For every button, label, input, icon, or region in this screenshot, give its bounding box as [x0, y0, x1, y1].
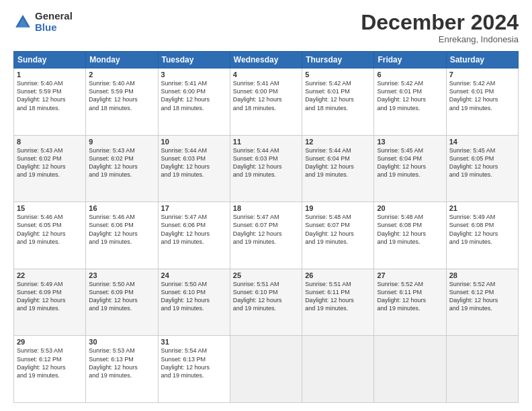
- calendar-body: 1Sunrise: 5:40 AM Sunset: 5:59 PM Daylig…: [14, 68, 519, 403]
- header-day-sunday: Sunday: [14, 52, 86, 68]
- day-number: 26: [305, 271, 371, 279]
- day-info: Sunrise: 5:40 AM Sunset: 5:59 PM Dayligh…: [17, 79, 83, 112]
- calendar-cell: 4Sunrise: 5:41 AM Sunset: 6:00 PM Daylig…: [230, 68, 302, 136]
- calendar-cell: 25Sunrise: 5:51 AM Sunset: 6:10 PM Dayli…: [230, 269, 302, 336]
- calendar-cell: 1Sunrise: 5:40 AM Sunset: 5:59 PM Daylig…: [14, 68, 86, 136]
- day-number: 4: [233, 71, 299, 79]
- day-info: Sunrise: 5:52 AM Sunset: 6:11 PM Dayligh…: [377, 280, 443, 313]
- day-info: Sunrise: 5:51 AM Sunset: 6:10 PM Dayligh…: [233, 280, 299, 313]
- day-number: 24: [161, 271, 227, 279]
- day-number: 10: [161, 138, 227, 146]
- day-number: 8: [17, 138, 83, 146]
- calendar-cell: 6Sunrise: 5:42 AM Sunset: 6:01 PM Daylig…: [374, 68, 446, 136]
- day-number: 3: [161, 71, 227, 79]
- logo-general: General: [35, 11, 73, 22]
- day-number: 21: [449, 204, 515, 212]
- day-number: 5: [305, 71, 371, 79]
- day-number: 13: [377, 138, 443, 146]
- day-number: 9: [89, 138, 154, 146]
- calendar-cell: 18Sunrise: 5:47 AM Sunset: 6:07 PM Dayli…: [230, 202, 302, 269]
- day-info: Sunrise: 5:49 AM Sunset: 6:09 PM Dayligh…: [17, 280, 83, 313]
- day-info: Sunrise: 5:42 AM Sunset: 6:01 PM Dayligh…: [305, 79, 371, 112]
- calendar-cell: 26Sunrise: 5:51 AM Sunset: 6:11 PM Dayli…: [302, 269, 374, 336]
- header: General Blue December 2024 Enrekang, Ind…: [13, 11, 519, 44]
- calendar-cell: 19Sunrise: 5:48 AM Sunset: 6:07 PM Dayli…: [302, 202, 374, 269]
- calendar-cell: 7Sunrise: 5:42 AM Sunset: 6:01 PM Daylig…: [446, 68, 518, 136]
- calendar-cell: [230, 336, 302, 403]
- calendar-cell: 5Sunrise: 5:42 AM Sunset: 6:01 PM Daylig…: [302, 68, 374, 136]
- day-info: Sunrise: 5:54 AM Sunset: 6:13 PM Dayligh…: [161, 347, 227, 379]
- calendar-cell: 17Sunrise: 5:47 AM Sunset: 6:06 PM Dayli…: [158, 202, 230, 269]
- day-number: 31: [161, 338, 227, 346]
- day-info: Sunrise: 5:46 AM Sunset: 6:06 PM Dayligh…: [89, 213, 154, 246]
- calendar-cell: 12Sunrise: 5:44 AM Sunset: 6:04 PM Dayli…: [302, 135, 374, 202]
- week-row-2: 8Sunrise: 5:43 AM Sunset: 6:02 PM Daylig…: [14, 135, 519, 202]
- calendar-cell: 2Sunrise: 5:40 AM Sunset: 5:59 PM Daylig…: [86, 68, 158, 136]
- calendar-cell: 15Sunrise: 5:46 AM Sunset: 6:05 PM Dayli…: [14, 202, 86, 269]
- day-number: 16: [89, 204, 154, 212]
- day-info: Sunrise: 5:53 AM Sunset: 6:12 PM Dayligh…: [17, 347, 83, 379]
- day-info: Sunrise: 5:50 AM Sunset: 6:10 PM Dayligh…: [161, 280, 227, 313]
- title-block: December 2024 Enrekang, Indonesia: [361, 11, 519, 44]
- calendar-cell: 22Sunrise: 5:49 AM Sunset: 6:09 PM Dayli…: [14, 269, 86, 336]
- day-number: 15: [17, 204, 83, 212]
- day-number: 29: [17, 338, 83, 346]
- header-day-friday: Friday: [374, 52, 446, 68]
- header-day-thursday: Thursday: [302, 52, 374, 68]
- location: Enrekang, Indonesia: [361, 34, 519, 44]
- day-number: 1: [17, 71, 83, 79]
- day-info: Sunrise: 5:43 AM Sunset: 6:02 PM Dayligh…: [17, 146, 83, 179]
- calendar-cell: 20Sunrise: 5:48 AM Sunset: 6:08 PM Dayli…: [374, 202, 446, 269]
- week-row-1: 1Sunrise: 5:40 AM Sunset: 5:59 PM Daylig…: [14, 68, 519, 136]
- day-info: Sunrise: 5:53 AM Sunset: 6:13 PM Dayligh…: [89, 347, 154, 379]
- week-row-5: 29Sunrise: 5:53 AM Sunset: 6:12 PM Dayli…: [14, 336, 519, 403]
- logo: General Blue: [13, 11, 73, 33]
- calendar-cell: 14Sunrise: 5:45 AM Sunset: 6:05 PM Dayli…: [446, 135, 518, 202]
- week-row-3: 15Sunrise: 5:46 AM Sunset: 6:05 PM Dayli…: [14, 202, 519, 269]
- page: General Blue December 2024 Enrekang, Ind…: [0, 0, 532, 411]
- calendar-cell: 28Sunrise: 5:52 AM Sunset: 6:12 PM Dayli…: [446, 269, 518, 336]
- calendar-cell: 31Sunrise: 5:54 AM Sunset: 6:13 PM Dayli…: [158, 336, 230, 403]
- day-info: Sunrise: 5:48 AM Sunset: 6:08 PM Dayligh…: [377, 213, 443, 246]
- calendar-cell: 27Sunrise: 5:52 AM Sunset: 6:11 PM Dayli…: [374, 269, 446, 336]
- header-row: SundayMondayTuesdayWednesdayThursdayFrid…: [14, 52, 519, 68]
- day-number: 25: [233, 271, 299, 279]
- calendar-cell: 23Sunrise: 5:50 AM Sunset: 6:09 PM Dayli…: [86, 269, 158, 336]
- day-info: Sunrise: 5:48 AM Sunset: 6:07 PM Dayligh…: [305, 213, 371, 246]
- calendar-cell: 3Sunrise: 5:41 AM Sunset: 6:00 PM Daylig…: [158, 68, 230, 136]
- day-info: Sunrise: 5:45 AM Sunset: 6:04 PM Dayligh…: [377, 146, 443, 179]
- day-number: 11: [233, 138, 299, 146]
- day-number: 6: [377, 71, 443, 79]
- calendar-cell: 30Sunrise: 5:53 AM Sunset: 6:13 PM Dayli…: [86, 336, 158, 403]
- calendar-cell: 29Sunrise: 5:53 AM Sunset: 6:12 PM Dayli…: [14, 336, 86, 403]
- calendar-cell: [374, 336, 446, 403]
- day-info: Sunrise: 5:50 AM Sunset: 6:09 PM Dayligh…: [89, 280, 154, 313]
- calendar-cell: 16Sunrise: 5:46 AM Sunset: 6:06 PM Dayli…: [86, 202, 158, 269]
- day-number: 17: [161, 204, 227, 212]
- day-info: Sunrise: 5:52 AM Sunset: 6:12 PM Dayligh…: [449, 280, 515, 313]
- day-info: Sunrise: 5:42 AM Sunset: 6:01 PM Dayligh…: [449, 79, 515, 112]
- week-row-4: 22Sunrise: 5:49 AM Sunset: 6:09 PM Dayli…: [14, 269, 519, 336]
- day-info: Sunrise: 5:45 AM Sunset: 6:05 PM Dayligh…: [449, 146, 515, 179]
- calendar-cell: 8Sunrise: 5:43 AM Sunset: 6:02 PM Daylig…: [14, 135, 86, 202]
- header-day-monday: Monday: [86, 52, 158, 68]
- calendar-header: SundayMondayTuesdayWednesdayThursdayFrid…: [14, 52, 519, 68]
- calendar-cell: 9Sunrise: 5:43 AM Sunset: 6:02 PM Daylig…: [86, 135, 158, 202]
- calendar-cell: 21Sunrise: 5:49 AM Sunset: 6:08 PM Dayli…: [446, 202, 518, 269]
- day-number: 18: [233, 204, 299, 212]
- day-info: Sunrise: 5:41 AM Sunset: 6:00 PM Dayligh…: [161, 79, 227, 112]
- day-number: 7: [449, 71, 515, 79]
- day-info: Sunrise: 5:51 AM Sunset: 6:11 PM Dayligh…: [305, 280, 371, 313]
- day-number: 19: [305, 204, 371, 212]
- logo-text: General Blue: [35, 11, 73, 33]
- logo-icon: [13, 13, 32, 32]
- header-day-saturday: Saturday: [446, 52, 518, 68]
- day-info: Sunrise: 5:46 AM Sunset: 6:05 PM Dayligh…: [17, 213, 83, 246]
- month-title: December 2024: [361, 11, 519, 34]
- day-number: 12: [305, 138, 371, 146]
- calendar-cell: 11Sunrise: 5:44 AM Sunset: 6:03 PM Dayli…: [230, 135, 302, 202]
- calendar-cell: 10Sunrise: 5:44 AM Sunset: 6:03 PM Dayli…: [158, 135, 230, 202]
- day-info: Sunrise: 5:49 AM Sunset: 6:08 PM Dayligh…: [449, 213, 515, 246]
- day-info: Sunrise: 5:47 AM Sunset: 6:06 PM Dayligh…: [161, 213, 227, 246]
- day-number: 27: [377, 271, 443, 279]
